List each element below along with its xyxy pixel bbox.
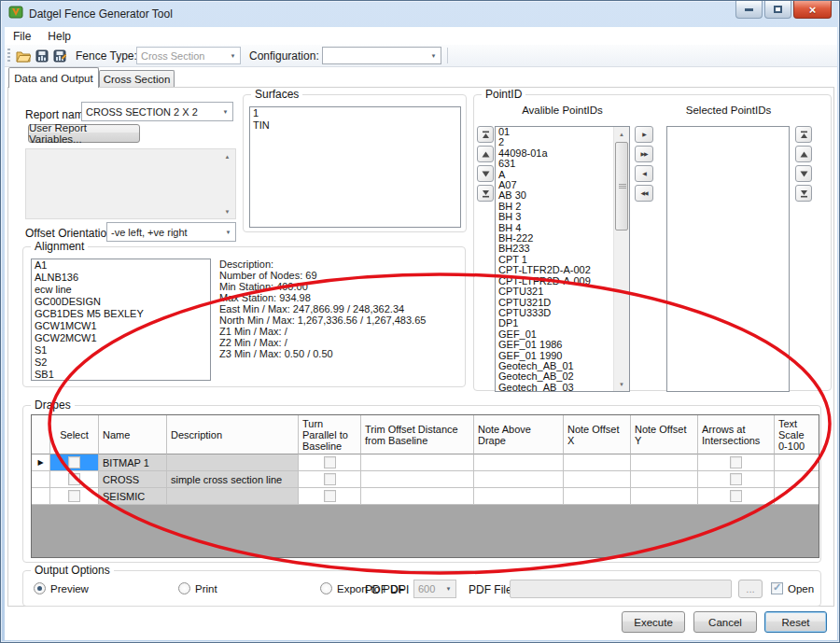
pointid-item[interactable]: 631	[496, 159, 613, 169]
arrows-checkbox[interactable]	[730, 490, 742, 502]
scroll-up-icon[interactable]: ▲	[219, 149, 235, 163]
note-offset-y-cell[interactable]	[631, 454, 698, 471]
surfaces-item[interactable]: 1	[250, 107, 460, 119]
move-down-button[interactable]	[795, 165, 812, 182]
print-radio[interactable]	[178, 582, 190, 594]
trim-offset-cell[interactable]	[361, 488, 474, 505]
report-name-combobox[interactable]: CROSS SECTION 2 X 2 ▼	[81, 102, 233, 121]
turn-parallel-checkbox[interactable]	[324, 473, 336, 485]
preview-radio[interactable]	[34, 582, 46, 594]
move-all-right-button[interactable]: ▶▶	[635, 146, 653, 162]
alignment-item[interactable]: GC00DESIGN	[32, 296, 210, 308]
user-report-variables-button[interactable]: User Report Variables...	[28, 124, 140, 143]
arrows-checkbox[interactable]	[730, 473, 742, 485]
move-left-button[interactable]: ◀	[635, 165, 653, 182]
move-all-left-button[interactable]: ◀◀	[635, 185, 653, 202]
arrows-checkbox[interactable]	[730, 456, 742, 468]
select-checkbox[interactable]	[68, 473, 80, 485]
tab-data-and-output[interactable]: Data and Output	[8, 67, 99, 88]
turn-parallel-checkbox[interactable]	[324, 490, 336, 502]
scroll-down-icon[interactable]: ▼	[219, 204, 235, 218]
column-header-name[interactable]: Name	[99, 415, 167, 454]
save-button[interactable]	[33, 47, 50, 64]
alignment-item[interactable]: ecw line	[32, 284, 210, 296]
description-cell[interactable]	[167, 454, 299, 471]
alignment-item[interactable]: GCW1MCW1	[32, 320, 210, 332]
notes-scrollbar[interactable]: ▲ ▼	[219, 149, 235, 218]
move-top-button[interactable]	[477, 126, 494, 143]
pointid-item[interactable]: Geotech_AB_03	[496, 383, 613, 392]
row-header-corner[interactable]	[32, 415, 50, 454]
text-scale-cell[interactable]	[775, 488, 819, 505]
alignment-item[interactable]: SB1	[32, 369, 210, 381]
pdf-file-input[interactable]	[510, 580, 732, 598]
close-button[interactable]: ×	[793, 1, 832, 19]
menu-help[interactable]: Help	[39, 28, 79, 45]
alignment-item[interactable]: S1	[32, 344, 210, 356]
fence-type-combobox[interactable]: Cross Section ▼	[136, 47, 241, 64]
description-cell[interactable]: simple cross section line	[167, 471, 299, 488]
column-header-select[interactable]: Select	[50, 415, 99, 454]
open-checkbox[interactable]: ✓	[771, 582, 783, 594]
text-scale-cell[interactable]	[775, 471, 819, 488]
description-cell[interactable]	[167, 488, 299, 505]
available-scrollbar[interactable]: ▲ ▼	[613, 127, 629, 391]
alignment-item[interactable]: S2	[32, 356, 210, 369]
select-checkbox[interactable]	[68, 456, 80, 468]
tab-cross-section[interactable]: Cross Section	[99, 70, 175, 88]
move-top-button[interactable]	[795, 126, 812, 143]
row-header-cell[interactable]: ▶	[32, 454, 50, 471]
browse-button[interactable]: ...	[738, 580, 763, 598]
select-cell[interactable]	[50, 454, 99, 471]
column-header-turn-parallel[interactable]: Turn Parallel to Baseline	[299, 415, 361, 454]
note-offset-x-cell[interactable]	[564, 471, 631, 488]
move-bottom-button[interactable]	[795, 185, 812, 202]
pointid-item[interactable]: CPTU321	[496, 287, 613, 297]
select-cell[interactable]	[50, 488, 99, 505]
note-offset-y-cell[interactable]	[631, 471, 698, 488]
move-down-button[interactable]	[477, 165, 494, 182]
titlebar[interactable]: Datgel Fence Generator Tool ×	[1, 1, 839, 27]
available-pointids-listbox[interactable]: 01244098-01a631AA07AB 30BH 2BH 3BH 4BH-2…	[495, 126, 630, 392]
move-up-button[interactable]	[477, 146, 494, 162]
reset-button[interactable]: Reset	[764, 611, 827, 633]
note-offset-y-cell[interactable]	[631, 488, 698, 505]
turn-parallel-cell[interactable]	[299, 471, 361, 488]
export-to-pdf-radio[interactable]	[320, 582, 332, 594]
trim-offset-cell[interactable]	[361, 454, 474, 471]
menu-file[interactable]: File	[5, 28, 39, 45]
column-header-text-scale[interactable]: Text Scale 0-100	[775, 415, 819, 454]
selected-pointids-listbox[interactable]	[666, 126, 790, 392]
execute-button[interactable]: Execute	[622, 611, 685, 633]
scroll-down-icon[interactable]: ▼	[614, 377, 629, 391]
row-header-cell[interactable]	[32, 471, 50, 488]
configuration-combobox[interactable]: ▼	[322, 47, 441, 64]
note-offset-x-cell[interactable]	[564, 488, 631, 505]
note-above-cell[interactable]	[474, 488, 564, 505]
alignment-item[interactable]: ALNB136	[32, 272, 210, 284]
cancel-button[interactable]: Cancel	[693, 611, 757, 633]
alignment-item[interactable]: A1	[32, 259, 210, 272]
pointid-item[interactable]: BH 3	[496, 212, 613, 222]
arrows-cell[interactable]	[698, 471, 775, 488]
move-up-button[interactable]	[795, 146, 812, 162]
move-bottom-button[interactable]	[477, 185, 494, 202]
report-notes-textarea[interactable]: ▲ ▼	[25, 148, 236, 219]
name-cell[interactable]: BITMAP 1	[99, 454, 167, 471]
trim-offset-cell[interactable]	[361, 471, 474, 488]
turn-parallel-checkbox[interactable]	[324, 456, 336, 468]
note-above-cell[interactable]	[474, 454, 564, 471]
column-header-note-offset-x[interactable]: Note Offset X	[564, 415, 631, 454]
pointid-item[interactable]: DP1	[496, 318, 613, 328]
surfaces-listbox[interactable]: 1TIN	[249, 106, 461, 228]
move-right-button[interactable]: ▶	[635, 126, 653, 143]
row-header-cell[interactable]	[32, 488, 50, 505]
save-as-button[interactable]	[50, 47, 68, 64]
open-button[interactable]	[14, 47, 32, 64]
note-offset-x-cell[interactable]	[564, 454, 631, 471]
note-above-cell[interactable]	[474, 471, 564, 488]
arrows-cell[interactable]	[698, 488, 775, 505]
column-header-note-offset-y[interactable]: Note Offset Y	[631, 415, 698, 454]
turn-parallel-cell[interactable]	[299, 454, 361, 471]
select-cell[interactable]	[50, 471, 99, 488]
